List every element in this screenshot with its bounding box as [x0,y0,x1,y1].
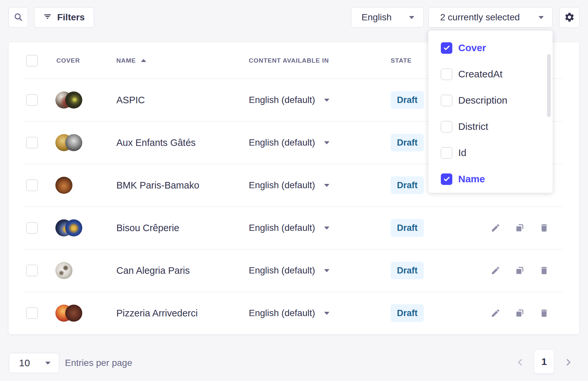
row-name: Aux Enfants Gâtés [116,137,196,148]
delete-button[interactable] [539,223,549,233]
table-row: Bisou Crêperie English (default) Draft [9,207,579,249]
row-checkbox[interactable] [26,265,38,276]
chevron-down-icon [45,362,50,365]
cover-avatars [55,305,82,322]
select-all-checkbox[interactable] [26,55,38,66]
entries-per-page-label: Entries per page [65,353,132,373]
column-checkbox[interactable] [441,42,452,54]
delete-button[interactable] [539,266,549,275]
row-checkbox[interactable] [26,180,38,191]
locale-select[interactable]: English [351,7,424,28]
checkmark-icon [443,175,451,183]
row-locale-value: English (default) [249,308,315,318]
edit-button[interactable] [491,266,500,275]
settings-button[interactable] [559,7,579,28]
row-locale-select[interactable]: English (default) [249,308,329,318]
column-toggle-item[interactable]: Name [428,166,553,192]
status-badge: Draft [391,134,424,151]
chevron-down-icon [324,269,329,272]
columns-select-value: 2 currently selected [440,12,520,23]
edit-icon [491,266,500,275]
column-header-name[interactable]: NAME [116,42,146,79]
chevron-down-icon [409,16,414,19]
row-actions [491,266,549,275]
column-header-state: STATE [391,42,412,79]
entries-per-page-value: 10 [19,357,30,369]
chevron-down-icon [539,16,544,19]
row-locale-select[interactable]: English (default) [249,180,329,190]
row-locale-value: English (default) [249,223,315,233]
status-badge: Draft [391,262,424,279]
row-locale-value: English (default) [249,180,315,190]
duplicate-button[interactable] [515,223,525,233]
chevron-down-icon [324,312,329,315]
row-locale-select[interactable]: English (default) [249,265,329,276]
edit-button[interactable] [491,308,500,318]
row-name: Bisou Crêperie [116,223,179,233]
column-checkbox[interactable] [441,147,452,159]
table-row: Can Alegria Paris English (default) Draf… [9,249,579,292]
row-locale-select[interactable]: English (default) [249,223,329,233]
cover-avatars [55,177,72,194]
row-name: Can Alegria Paris [116,265,190,276]
cover-avatars [55,262,72,279]
chevron-down-icon [324,184,329,187]
column-checkbox[interactable] [441,69,452,80]
cover-avatars [55,134,82,151]
column-checkbox[interactable] [441,95,452,106]
trash-icon [539,266,549,275]
edit-button[interactable] [491,223,500,233]
chevron-down-icon [324,99,329,102]
sort-ascending-icon [141,59,146,62]
cover-image [65,305,82,322]
delete-button[interactable] [539,308,549,318]
column-toggle-item[interactable]: District [428,113,553,140]
chevron-left-icon [515,357,525,368]
row-locale-value: English (default) [249,95,315,105]
row-checkbox[interactable] [26,222,38,234]
column-header-cover: COVER [56,42,80,79]
columns-select[interactable]: 2 currently selected [428,7,553,28]
row-checkbox[interactable] [26,137,38,149]
next-page-button[interactable] [563,357,574,368]
cover-image [55,177,72,194]
edit-icon [491,308,500,318]
row-actions [491,223,549,233]
dropdown-scrollbar[interactable] [547,54,551,117]
filters-button-label: Filters [57,12,85,23]
row-actions [491,308,549,318]
filters-button[interactable]: Filters [34,7,94,28]
row-locale-select[interactable]: English (default) [249,137,329,148]
cover-image [55,262,72,279]
previous-page-button[interactable] [515,357,525,368]
checkmark-icon [443,44,451,52]
row-locale-select[interactable]: English (default) [249,95,329,105]
column-checkbox[interactable] [441,121,452,132]
column-toggle-item[interactable]: CreatedAt [428,61,553,87]
duplicate-button[interactable] [515,308,525,318]
row-checkbox[interactable] [26,308,38,319]
column-toggle-item[interactable]: Cover [428,35,553,61]
duplicate-icon [515,266,525,275]
column-label: Cover [458,42,486,53]
column-toggle-item[interactable]: Description [428,87,553,113]
table-row: Pizzeria Arrivederci English (default) D… [9,292,579,334]
row-name: Pizzeria Arrivederci [116,308,198,319]
entries-per-page-select[interactable]: 10 [9,353,59,373]
filter-icon [43,12,52,23]
duplicate-button[interactable] [515,266,525,275]
row-name: BMK Paris-Bamako [116,180,199,191]
trash-icon [539,308,549,318]
columns-dropdown-panel: Cover CreatedAt Description District Id … [428,30,553,193]
gear-icon [564,12,575,24]
edit-icon [491,223,500,233]
search-icon [13,12,23,23]
columns-dropdown-items: Cover CreatedAt Description District Id … [428,35,553,192]
search-button[interactable] [9,7,28,28]
column-header-content-available-in: CONTENT AVAILABLE IN [249,42,329,79]
column-checkbox[interactable] [441,173,452,185]
row-checkbox[interactable] [26,94,38,106]
page-1-button[interactable]: 1 [534,350,554,373]
cover-image [65,219,82,236]
column-toggle-item[interactable]: Id [428,140,553,166]
